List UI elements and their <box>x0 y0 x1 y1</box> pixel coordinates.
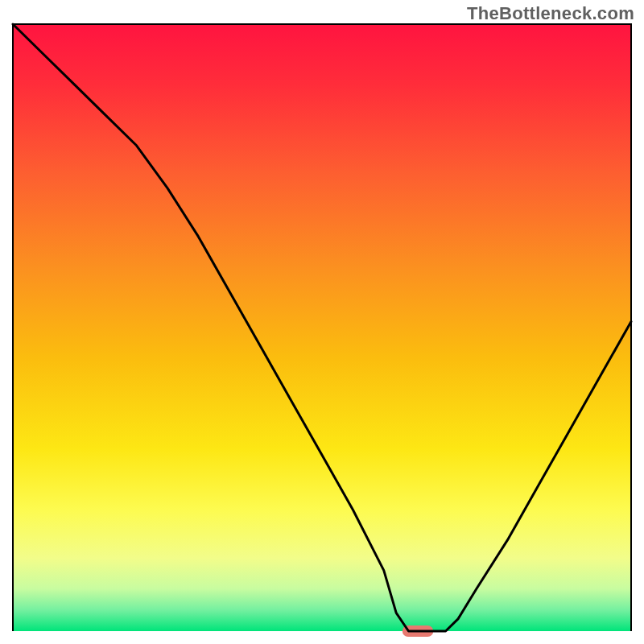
bottleneck-chart <box>0 0 644 644</box>
chart-container: TheBottleneck.com <box>0 0 644 644</box>
